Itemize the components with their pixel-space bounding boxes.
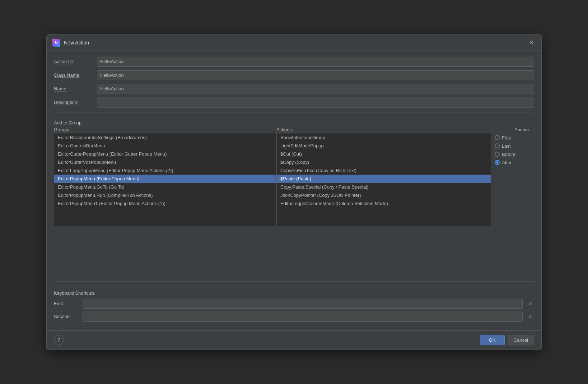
- groups-list-item[interactable]: EditorPopupMenu.Run (Compile/Run Actions…: [54, 191, 276, 199]
- dialog-title-left: IJ New Action: [52, 39, 89, 47]
- action-id-row: Action ID:: [54, 57, 534, 67]
- class-name-label: Class Name:: [54, 72, 93, 78]
- keyboard-shortcuts-section: Keyboard Shortcuts First: ✕ Second: ✕: [54, 290, 534, 324]
- radio-label: Last: [502, 143, 511, 149]
- action-id-label: Action ID:: [54, 59, 93, 64]
- anchor-option-first[interactable]: First: [495, 135, 531, 141]
- radio-circle: [495, 152, 500, 157]
- help-button[interactable]: ?: [54, 335, 64, 345]
- description-row: Description:: [54, 98, 534, 108]
- actions-list-item[interactable]: $Cut (Cut): [277, 150, 491, 158]
- actions-list-item[interactable]: Copy.Paste.Special (Copy / Paste Special…: [277, 183, 491, 191]
- class-name-row: Class Name:: [54, 70, 534, 80]
- add-to-group-section: Add to Group Groups: Actions: Anchor: Ed…: [54, 118, 534, 276]
- second-shortcut-label: Second:: [54, 314, 79, 319]
- anchor-option-last[interactable]: Last: [495, 143, 531, 149]
- divider-1: [54, 113, 534, 113]
- second-shortcut-row: Second: ✕: [54, 312, 534, 322]
- keyboard-shortcuts-title: Keyboard Shortcuts: [54, 290, 534, 296]
- dialog-titlebar: IJ New Action ✕: [47, 35, 541, 51]
- radio-circle: [495, 160, 500, 165]
- close-button[interactable]: ✕: [527, 38, 536, 47]
- groups-header: Groups:: [54, 127, 276, 132]
- name-input[interactable]: [97, 84, 534, 94]
- radio-label: After: [502, 160, 512, 165]
- actions-list-item[interactable]: $Copy (Copy): [277, 158, 491, 166]
- anchor-option-before[interactable]: Before: [495, 152, 531, 157]
- lists-header: Groups: Actions: Anchor:: [54, 127, 534, 132]
- actions-list-item[interactable]: LightEditModePopup: [277, 142, 491, 150]
- anchor-header: Anchor:: [491, 127, 534, 132]
- second-shortcut-input[interactable]: [83, 312, 523, 322]
- first-shortcut-label: First:: [54, 301, 79, 306]
- groups-list-item[interactable]: EditorLangPopupMenu (Editor Popup Menu A…: [54, 166, 276, 175]
- first-shortcut-row: First: ✕: [54, 299, 534, 309]
- second-shortcut-clear-button[interactable]: ✕: [526, 313, 534, 321]
- actions-list-item[interactable]: ShowIntentionsGroup: [277, 133, 491, 142]
- groups-list[interactable]: EditorBreadcrumbsSettings (Breadcrumbs)E…: [54, 133, 276, 226]
- description-label: Description:: [54, 100, 93, 105]
- ok-button[interactable]: OK: [480, 335, 505, 345]
- first-shortcut-clear-button[interactable]: ✕: [526, 300, 534, 308]
- actions-list-item[interactable]: EditorToggleColumnMode (Column Selection…: [277, 199, 491, 208]
- groups-list-item[interactable]: EditorPopupMenu.GoTo (Go To): [54, 183, 276, 191]
- groups-list-item[interactable]: EditorGutterVcsPopupMenu: [54, 158, 276, 166]
- first-shortcut-input[interactable]: [83, 299, 523, 309]
- groups-list-item[interactable]: EditorPopupMenu (Editor Popup Menu): [54, 175, 276, 183]
- anchor-option-after[interactable]: After: [495, 160, 531, 165]
- class-name-input[interactable]: [97, 70, 534, 80]
- add-to-group-title: Add to Group: [54, 120, 534, 125]
- name-label: Name:: [54, 86, 93, 91]
- dialog-body: Action ID: Class Name: Name: Description…: [47, 51, 541, 330]
- new-action-dialog: IJ New Action ✕ Action ID: Class Name: N…: [46, 34, 542, 350]
- groups-list-item[interactable]: EditorGutterPopupMenu (Editor Gutter Pop…: [54, 150, 276, 158]
- footer-buttons: OK Cancel: [480, 335, 534, 345]
- actions-list-item[interactable]: $Paste (Paste): [277, 175, 491, 183]
- action-id-input[interactable]: [97, 57, 534, 67]
- actions-list-item[interactable]: JsonCopyPointer (Copy JSON Pointer): [277, 191, 491, 199]
- groups-list-item[interactable]: EditorBreadcrumbsSettings (Breadcrumbs): [54, 133, 276, 142]
- actions-list[interactable]: ShowIntentionsGroupLightEditModePopup$Cu…: [276, 133, 491, 226]
- name-row: Name:: [54, 84, 534, 94]
- actions-header: Actions:: [276, 127, 491, 132]
- divider-2: [54, 281, 534, 282]
- dialog-title: New Action: [64, 40, 89, 46]
- lists-container: EditorBreadcrumbsSettings (Breadcrumbs)E…: [54, 133, 534, 226]
- radio-label: Before: [502, 152, 515, 157]
- anchor-panel: FirstLastBeforeAfter: [491, 133, 534, 226]
- dialog-footer: ? OK Cancel: [47, 330, 541, 350]
- radio-label: First: [502, 135, 511, 141]
- app-icon-label: IJ: [55, 41, 58, 44]
- description-input[interactable]: [97, 98, 534, 108]
- cancel-button[interactable]: Cancel: [508, 335, 534, 345]
- groups-list-item[interactable]: EditorPopupMenu1 (Editor Popup Menu Acti…: [54, 199, 276, 208]
- app-icon: IJ: [52, 39, 60, 47]
- radio-circle: [495, 135, 500, 140]
- radio-circle: [495, 143, 500, 148]
- actions-list-item[interactable]: CopyAsRichText (Copy as Rich Text): [277, 166, 491, 175]
- groups-list-item[interactable]: EditorContextBarMenu: [54, 142, 276, 150]
